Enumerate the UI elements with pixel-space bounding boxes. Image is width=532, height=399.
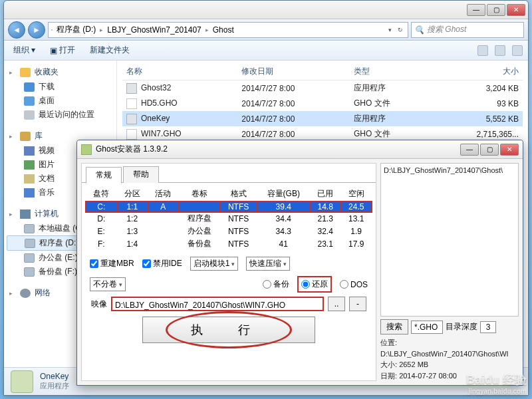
maximize-button[interactable]: ▢ bbox=[487, 4, 505, 16]
crumb[interactable]: LBJY_GhostWin7_201407 bbox=[104, 25, 203, 35]
library-icon bbox=[20, 132, 31, 141]
tab-normal[interactable]: 常规 bbox=[86, 167, 122, 184]
compress-select[interactable]: 快速压缩 bbox=[246, 257, 290, 271]
minimize-button[interactable]: — bbox=[460, 144, 479, 156]
sidebar-item-recent[interactable]: 最近访问的位置 bbox=[7, 108, 114, 122]
col-size[interactable]: 大小 bbox=[431, 63, 523, 80]
boot-module-select[interactable]: 启动模块1 bbox=[190, 257, 239, 271]
download-icon bbox=[24, 82, 35, 92]
image-path-input[interactable]: D:\LBJY_GhostWin7_201407\Ghost\WIN7.GHO bbox=[111, 297, 324, 311]
forward-button[interactable]: ► bbox=[28, 21, 45, 39]
dos-radio[interactable]: DOS bbox=[340, 280, 368, 289]
image-label: 映像 bbox=[91, 299, 107, 310]
organize-button[interactable]: 组织 ▾ bbox=[9, 43, 39, 57]
explorer-titlebar: — ▢ ✕ bbox=[4, 1, 528, 19]
open-button[interactable]: ▣ 打开 bbox=[46, 43, 79, 57]
sidebar-item-desktop[interactable]: 桌面 bbox=[7, 94, 114, 108]
search-icon: 🔍 bbox=[414, 25, 424, 35]
file-row[interactable]: HD5.GHO2014/7/27 8:00GHO 文件93 KB bbox=[122, 96, 523, 111]
preview-pane-button[interactable] bbox=[495, 45, 505, 56]
pattern-input[interactable]: *.GHO bbox=[411, 321, 443, 334]
drive-icon bbox=[24, 253, 35, 263]
crumb[interactable]: 程序盘 (D:) bbox=[54, 24, 98, 35]
drive-icon bbox=[24, 224, 35, 233]
explorer-toolbar: 组织 ▾ ▣ 打开 新建文件夹 bbox=[4, 41, 528, 61]
backup-radio[interactable]: 备份 bbox=[263, 279, 289, 290]
exe-icon bbox=[126, 83, 137, 94]
restore-radio[interactable]: 还原 bbox=[297, 276, 332, 293]
drive-icon bbox=[51, 29, 53, 31]
desktop-icon bbox=[24, 96, 35, 106]
search-input[interactable]: 🔍 搜索 Ghost bbox=[411, 22, 524, 38]
file-info: 位置: D:\LBJY_GhostWin7_201407\Ghost\WI 大小… bbox=[380, 337, 519, 381]
refresh-icon[interactable]: ↻ bbox=[396, 27, 405, 33]
drive-icon bbox=[25, 239, 35, 248]
partition-row[interactable]: E:1:3办公盘NTFS34.332.41.9 bbox=[86, 225, 372, 237]
file-tree[interactable]: D:\LBJY_GhostWin7_201407\Ghost\ bbox=[380, 163, 519, 317]
maximize-button[interactable]: ▢ bbox=[480, 144, 499, 156]
star-icon bbox=[20, 68, 31, 77]
exe-icon bbox=[126, 114, 137, 124]
depth-input[interactable]: 3 bbox=[480, 321, 496, 333]
browse-button[interactable]: .. bbox=[328, 297, 345, 311]
computer-icon bbox=[20, 209, 31, 219]
music-icon bbox=[24, 188, 35, 198]
dialog-titlebar: Ghost安装器 1.3.9.2 — ▢ ✕ bbox=[77, 140, 523, 159]
status-type: 应用程序 bbox=[40, 381, 69, 391]
close-button[interactable]: ✕ bbox=[500, 144, 519, 156]
app-icon bbox=[81, 144, 92, 155]
clear-button[interactable]: - bbox=[349, 297, 366, 311]
depth-label: 目录深度 bbox=[446, 321, 477, 332]
file-icon bbox=[126, 129, 137, 140]
partition-row[interactable]: C:1:1ANTFS39.414.824.5 bbox=[86, 201, 372, 213]
close-button[interactable]: ✕ bbox=[507, 4, 525, 16]
sidebar-item-downloads[interactable]: 下载 bbox=[7, 80, 114, 94]
partition-row[interactable]: D:1:2程序盘NTFS34.421.313.1 bbox=[86, 212, 372, 225]
help-button[interactable] bbox=[512, 45, 523, 56]
minimize-button[interactable]: — bbox=[467, 4, 485, 16]
back-button[interactable]: ◄ bbox=[8, 21, 25, 39]
search-placeholder: 搜索 Ghost bbox=[427, 24, 466, 35]
col-type[interactable]: 类型 bbox=[350, 63, 431, 80]
col-date[interactable]: 修改日期 bbox=[237, 63, 350, 80]
file-row[interactable]: OneKey2014/7/27 8:00应用程序5,552 KB bbox=[122, 111, 523, 126]
ghost-dialog: Ghost安装器 1.3.9.2 — ▢ ✕ 常规 帮助 盘符 分区 活动 卷标 bbox=[76, 140, 523, 386]
network-icon bbox=[20, 289, 31, 298]
rebuild-mbr-checkbox[interactable]: 重建MBR bbox=[90, 258, 134, 269]
document-icon bbox=[24, 174, 35, 184]
partition-table: 盘符 分区 活动 卷标 格式 容量(GB) 已用 空闲 C:1:1ANTFS39… bbox=[86, 187, 372, 250]
app-icon bbox=[11, 370, 33, 393]
disable-ide-checkbox[interactable]: 禁用IDE bbox=[142, 258, 182, 269]
new-folder-button[interactable]: 新建文件夹 bbox=[86, 43, 134, 57]
favorites-group[interactable]: ▸收藏夹 bbox=[7, 65, 114, 80]
dialog-title: Ghost安装器 1.3.9.2 bbox=[96, 144, 168, 155]
dialog-right-pane: D:\LBJY_GhostWin7_201407\Ghost\ 搜索 *.GHO… bbox=[380, 163, 519, 381]
breadcrumb[interactable]: 程序盘 (D:)▸ LBJY_GhostWin7_201407▸ Ghost ▾… bbox=[48, 22, 408, 38]
recent-icon bbox=[24, 110, 35, 120]
search-button[interactable]: 搜索 bbox=[380, 319, 408, 334]
view-button[interactable] bbox=[477, 45, 488, 56]
explorer-navbar: ◄ ► 程序盘 (D:)▸ LBJY_GhostWin7_201407▸ Gho… bbox=[4, 19, 528, 41]
file-row[interactable]: Ghost322014/7/27 8:00应用程序3,204 KB bbox=[122, 80, 523, 96]
partition-row[interactable]: F:1:4备份盘NTFS4123.117.9 bbox=[86, 237, 372, 250]
file-icon bbox=[126, 98, 137, 109]
tab-help[interactable]: 帮助 bbox=[123, 166, 159, 183]
col-name[interactable]: 名称 bbox=[122, 63, 237, 80]
drive-icon bbox=[24, 267, 35, 277]
video-icon bbox=[24, 146, 35, 156]
execute-button[interactable]: 执 行 bbox=[142, 317, 315, 343]
dialog-left-pane: 常规 帮助 盘符 分区 活动 卷标 格式 容量(GB) 已用 空闲 bbox=[81, 163, 376, 381]
status-name: OneKey bbox=[40, 372, 69, 381]
picture-icon bbox=[24, 160, 35, 170]
crumb[interactable]: Ghost bbox=[210, 25, 237, 35]
chevron-down-icon[interactable]: ▾ bbox=[385, 27, 394, 33]
split-select[interactable]: 不分卷 bbox=[90, 277, 126, 291]
